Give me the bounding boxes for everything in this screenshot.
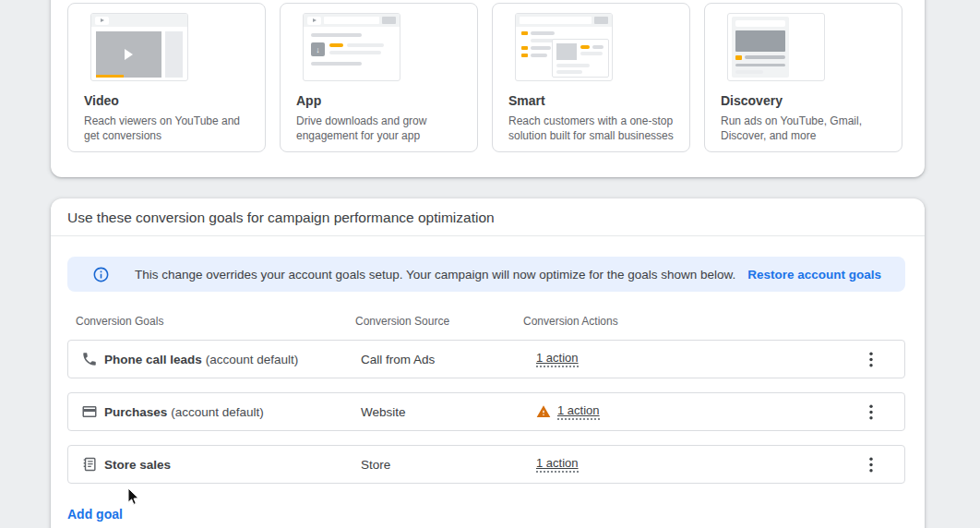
action-count-link[interactable]: 1 action [536, 351, 579, 367]
more-options-icon[interactable] [864, 403, 878, 420]
smart-ad-illustration [515, 13, 618, 83]
play-icon [95, 17, 109, 25]
conversion-goal-row: Phone call leads(account default) Call f… [67, 340, 905, 378]
goal-name: Purchases(account default) [104, 405, 264, 419]
card-description: Run ads on YouTube, Gmail, Discover, and… [721, 114, 887, 143]
divider [51, 235, 925, 236]
card-description: Reach viewers on YouTube and get convers… [84, 114, 250, 143]
restore-account-goals-button[interactable]: Restore account goals [747, 268, 881, 282]
conversion-actions-cell: 1 action [536, 351, 579, 367]
warning-icon [536, 404, 551, 419]
campaign-type-panel: Video Reach viewers on YouTube and get c… [51, 0, 925, 177]
campaign-type-card-smart[interactable]: Smart Reach customers with a one-stop so… [492, 3, 690, 152]
conversion-goal-row: Purchases(account default) Website 1 act… [67, 392, 905, 431]
app-ad-illustration: ↓ [303, 13, 406, 83]
download-icon: ↓ [311, 42, 325, 56]
google-ads-campaign-setup: Video Reach viewers on YouTube and get c… [0, 0, 980, 528]
info-icon [92, 266, 110, 283]
discovery-ad-illustration [727, 13, 831, 83]
section-title: Use these conversion goals for campaign … [67, 210, 495, 226]
receipt-icon [81, 456, 98, 473]
search-button-icon [382, 17, 396, 24]
goal-type-icon [81, 351, 98, 367]
column-header-goals: Conversion Goals [76, 315, 163, 328]
table-header-row: Conversion Goals Conversion Source Conve… [51, 315, 925, 330]
campaign-type-card-app[interactable]: ↓ App Drive downloads and grow engagemen… [280, 3, 478, 152]
search-button-icon [594, 17, 608, 24]
campaign-type-card-discovery[interactable]: Discovery Run ads on YouTube, Gmail, Dis… [704, 3, 902, 152]
credit-card-icon [81, 403, 98, 420]
column-header-actions: Conversion Actions [523, 315, 618, 328]
card-title: Video [84, 93, 250, 108]
card-title: Smart [508, 93, 675, 108]
conversion-source: Store [361, 458, 390, 472]
more-options-icon[interactable] [864, 351, 878, 367]
conversion-actions-cell: 1 action [536, 456, 579, 473]
column-header-source: Conversion Source [355, 315, 449, 328]
conversion-source: Website [361, 405, 406, 419]
goal-type-icon [81, 403, 98, 420]
card-description: Drive downloads and grow engagement for … [296, 114, 462, 143]
action-count-link[interactable]: 1 action [536, 456, 579, 473]
override-info-banner: This change overrides your account goals… [67, 257, 905, 292]
goal-name: Store sales [104, 458, 174, 472]
card-title: App [296, 93, 462, 108]
banner-message: This change overrides your account goals… [135, 268, 735, 282]
more-options-icon[interactable] [864, 456, 878, 473]
conversion-actions-cell: 1 action [536, 403, 600, 420]
menu-icon [307, 17, 321, 25]
goal-type-icon [81, 456, 98, 473]
conversion-source: Call from Ads [361, 353, 435, 366]
campaign-type-card-video[interactable]: Video Reach viewers on YouTube and get c… [67, 3, 266, 152]
conversion-goal-row: Store sales Store 1 action [67, 445, 905, 484]
campaign-type-cards: Video Reach viewers on YouTube and get c… [67, 3, 902, 152]
video-ad-illustration [90, 13, 194, 83]
card-title: Discovery [721, 93, 887, 108]
add-goal-button[interactable]: Add goal [67, 507, 123, 522]
card-description: Reach customers with a one-stop solution… [508, 114, 675, 143]
conversion-goal-rows: Phone call leads(account default) Call f… [67, 340, 905, 498]
goal-name: Phone call leads(account default) [104, 353, 298, 366]
conversion-goals-panel: Use these conversion goals for campaign … [51, 198, 925, 528]
phone-icon [81, 351, 98, 367]
play-triangle-icon [125, 49, 133, 60]
action-count-link[interactable]: 1 action [557, 403, 600, 420]
